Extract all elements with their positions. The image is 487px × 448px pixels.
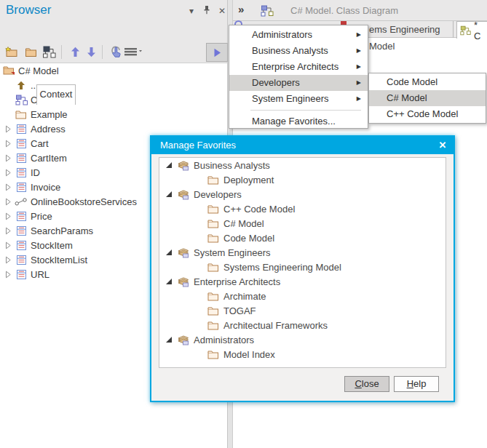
category-label: Administrators (194, 335, 254, 345)
favorites-category-business-analysts[interactable]: Business Analysts (159, 158, 446, 172)
class-icon (14, 153, 28, 163)
menu-item-code-model[interactable]: Code Model (369, 74, 486, 90)
favorite-item-archimate[interactable]: Archimate (159, 289, 446, 303)
favorite-item-c-model[interactable]: C# Model (159, 216, 446, 231)
tab-context[interactable]: Context (36, 84, 76, 105)
class-icon (14, 226, 28, 236)
chevrons-right-icon[interactable]: » (238, 3, 244, 15)
expander-icon[interactable] (2, 256, 14, 264)
menu-item-label: C# Model (387, 92, 427, 103)
folder-icon (14, 110, 28, 119)
tree-item-label: CartItem (31, 153, 67, 164)
folder-icon (207, 263, 219, 272)
menu-item-label: Developers (252, 77, 300, 88)
submenu-arrow-icon: ▶ (357, 43, 361, 59)
collapse-icon[interactable] (165, 278, 177, 285)
favorites-category-enterprise-architects[interactable]: Enterprise Architects (159, 274, 446, 289)
favorite-item-architectual-frameworks[interactable]: Architectual Frameworks (159, 318, 446, 332)
submenu-arrow-icon: ▶ (357, 59, 361, 75)
favorite-item-systems-engineering-model[interactable]: Systems Engineering Model (159, 260, 446, 274)
expander-icon[interactable] (2, 241, 14, 249)
chevron-down-icon[interactable]: ▾ (186, 5, 197, 17)
expander-icon[interactable] (2, 212, 14, 220)
tree-item-label: Invoice (31, 182, 60, 193)
submenu-arrow-icon: ▶ (357, 27, 361, 43)
tree-item-c-model[interactable]: C# Model (0, 92, 227, 107)
browser-tabstrip: ProjectContextDiagramElement (0, 41, 228, 63)
menu-item-c-model[interactable]: C# Model (369, 90, 486, 106)
favorite-item-label: Deployment (223, 175, 274, 185)
menu-item-label: Code Model (387, 76, 437, 87)
tree-item-example[interactable]: Example (0, 107, 227, 121)
tree-item-label: StockItem (31, 240, 73, 251)
menu-item-developers[interactable]: Developers▶ (229, 75, 368, 91)
close-button[interactable]: Close (344, 376, 389, 392)
tab-c#-model-active[interactable]: * C (456, 21, 487, 39)
menu-item-business-analysts[interactable]: Business Analysts▶ (229, 43, 368, 59)
expander-icon[interactable] (2, 125, 14, 133)
menu-item-label: C++ Code Model (387, 108, 458, 119)
close-icon[interactable]: ✕ (437, 140, 448, 151)
expander-icon[interactable] (2, 227, 14, 235)
pin-icon[interactable] (201, 5, 213, 17)
category-label: System Engineers (194, 247, 271, 258)
favorites-context-menu: Administrators▶Business Analysts▶Enterpr… (229, 25, 368, 129)
collapse-icon[interactable] (165, 191, 177, 198)
tree-item-address[interactable]: Address (0, 121, 227, 136)
favorite-item-label: Architectual Frameworks (223, 320, 328, 331)
favorite-item-model-index[interactable]: Model Index (159, 347, 446, 361)
tree-item-item[interactable]: ... (0, 78, 227, 92)
favorite-item-label: TOGAF (223, 305, 256, 316)
menu-item-label: Enterprise Architects (252, 61, 338, 72)
expander-icon[interactable] (2, 271, 14, 279)
favorites-tree: Business AnalystsDeploymentDevelopersC++… (159, 157, 446, 368)
favorite-item-deployment[interactable]: Deployment (159, 172, 446, 187)
favorites-category-system-engineers[interactable]: System Engineers (159, 245, 446, 260)
favorite-item-code-model[interactable]: Code Model (159, 231, 446, 245)
class-icon (14, 241, 28, 250)
favorite-item-c-code-model[interactable]: C++ Code Model (159, 201, 446, 216)
class-icon (14, 183, 28, 192)
tab-systems-engineering-model[interactable]: ems Engineering Model (362, 21, 454, 38)
menu-item-label: Manage Favorites... (252, 116, 336, 127)
menu-item-label: Administrators (252, 29, 312, 40)
folder-icon (207, 350, 219, 359)
favorite-item-label: C++ Code Model (223, 204, 295, 215)
card-index-icon (177, 335, 190, 345)
expander-icon[interactable] (2, 198, 14, 206)
favorites-category-administrators[interactable]: Administrators (159, 332, 446, 347)
close-icon[interactable]: ✕ (216, 5, 228, 17)
menu-item-manage-favorites[interactable]: Manage Favorites... (229, 113, 368, 129)
expander-icon[interactable] (2, 154, 14, 162)
diagram-icon (460, 25, 471, 36)
menu-item-enterprise-architects[interactable]: Enterprise Architects▶ (229, 59, 368, 75)
diagram-header-title: C# Model. Class Diagram (290, 5, 398, 16)
favorite-item-label: Model Index (223, 349, 275, 360)
collapse-icon[interactable] (165, 161, 177, 169)
browser-titlebar: Browser ▾ ✕ (0, 0, 227, 21)
browser-panel-title: Browser (6, 3, 51, 17)
interface-icon (14, 198, 28, 206)
expander-icon[interactable] (2, 140, 14, 148)
collapse-icon[interactable] (165, 336, 177, 343)
category-label: Developers (194, 189, 242, 200)
class-icon (14, 124, 28, 134)
menu-item-c-code-model[interactable]: C++ Code Model (369, 106, 486, 122)
menu-item-label: Business Analysts (252, 45, 328, 56)
favorite-item-togaf[interactable]: TOGAF (159, 303, 446, 318)
menu-item-label: System Engineers (252, 93, 329, 104)
dialog-titlebar[interactable]: Manage Favorites ✕ (151, 137, 454, 154)
favorite-item-label: Systems Engineering Model (223, 262, 341, 273)
tree-item-c-model[interactable]: C# Model (0, 63, 227, 78)
menu-item-administrators[interactable]: Administrators▶ (229, 27, 368, 43)
expander-icon[interactable] (2, 183, 14, 191)
menu-item-system-engineers[interactable]: System Engineers▶ (229, 91, 368, 107)
class-icon (14, 270, 28, 279)
class-icon (14, 255, 28, 265)
favorites-category-developers[interactable]: Developers (159, 187, 446, 201)
app-window: Browser ▾ ✕ ProjectContextDiagramElement… (0, 0, 487, 448)
collapse-icon[interactable] (165, 249, 177, 256)
help-button[interactable]: Help (394, 376, 439, 392)
expander-icon[interactable] (2, 169, 14, 177)
manage-favorites-dialog: Manage Favorites ✕ Business AnalystsDepl… (150, 135, 455, 402)
